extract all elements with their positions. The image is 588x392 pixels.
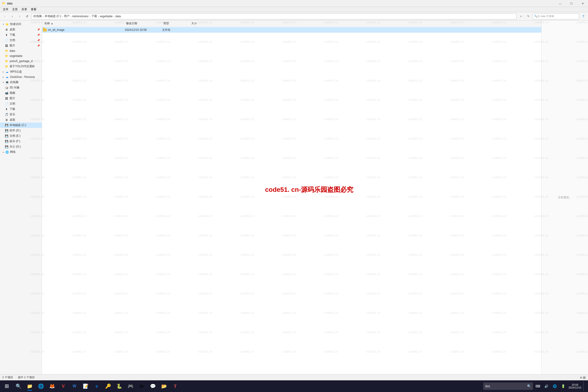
taskbar-network-icon[interactable]: 🌐 (551, 381, 558, 391)
software-d-icon: 💾 (5, 129, 8, 132)
close-button[interactable]: ✕ (577, 0, 588, 7)
back-button[interactable]: ‹ (2, 13, 8, 20)
taskbar-volume-icon[interactable]: 🔊 (543, 381, 550, 391)
sidebar-wps[interactable]: ▸ ☁ WPS云盘 (0, 69, 42, 74)
sidebar-office-g[interactable]: 💾 办公 (G:) (0, 144, 42, 149)
sidebar-videos[interactable]: 📹 视频 (0, 90, 42, 96)
sidebar-music[interactable]: 🎵 音乐 (0, 112, 42, 117)
sidebar-documents-label: 文档 (10, 38, 15, 42)
refresh-button[interactable]: ↺ (24, 13, 30, 20)
local-c-icon: 💾 (5, 124, 8, 127)
documents-icon: 📄 (5, 38, 8, 42)
col-header-size[interactable]: 大小 (190, 20, 213, 26)
sidebar-network[interactable]: ▸ 🌐 网络 (0, 149, 42, 155)
taskbar-keyboard-icon[interactable]: ⌨ (534, 381, 541, 391)
sidebar-3d-objects[interactable]: 🎲 3D 对象 (0, 85, 42, 90)
taskbar-wechat[interactable]: 💬 (148, 381, 158, 391)
sidebar-item-downloads[interactable]: ⬇ 下载 📌 (0, 32, 42, 38)
address-part-0[interactable]: 此电脑 (33, 14, 42, 18)
maximize-button[interactable]: ☐ (566, 0, 577, 7)
network-icon: 🌐 (5, 150, 9, 154)
address-part-3[interactable]: Administrator (72, 15, 89, 18)
wps-expander: ▸ (2, 70, 5, 73)
sidebar-item-jiyu[interactable]: 📁 基于YOLOV5交通标 (0, 64, 42, 69)
sidebar-entertainment-f[interactable]: 💾 娱乐 (F:) (0, 138, 42, 144)
sidebar-item-pictures[interactable]: 🖼 图片 📌 (0, 43, 42, 48)
sidebar-documents-e[interactable]: 💾 文档 (E:) (0, 133, 42, 138)
taskbar-time: 20:58 (572, 383, 578, 386)
sidebar-desktop2[interactable]: 🖥 桌面 (0, 117, 42, 122)
sidebar-item-yolov5[interactable]: 📁 yolov5_garbage_d (0, 58, 42, 64)
taskbar-vivaldi[interactable]: V (58, 381, 68, 391)
sidebar-yolov5-label: yolov5_garbage_d (10, 60, 33, 63)
address-part-2[interactable]: 用户 (64, 14, 70, 18)
menu-file[interactable]: 文件 (1, 7, 10, 12)
nav-refresh-button[interactable]: ↻ (525, 13, 532, 20)
menu-view[interactable]: 查看 (29, 7, 38, 12)
col-header-type[interactable]: 类型 (162, 20, 190, 26)
preview-text: 没有预览。 (558, 196, 572, 200)
taskbar-typora[interactable]: T (170, 381, 180, 391)
sidebar-item-vegettable[interactable]: 📁 vegettable (0, 54, 42, 58)
search-bar[interactable]: 🔍 在 data 中搜索 (532, 13, 579, 19)
pictures-icon: 🖼 (5, 44, 8, 48)
taskbar-app1[interactable]: 🎮 (125, 381, 136, 391)
firefox-taskbar-icon: 🦊 (49, 383, 55, 390)
taskbar-clock[interactable]: 20:58 2024/12/15 (568, 383, 582, 389)
sidebar-pictures2[interactable]: 🖼 图片 (0, 96, 42, 101)
collapse-nav-button[interactable]: ∨ (518, 13, 524, 20)
taskbar-address-box[interactable]: 地址 🔍 (483, 382, 533, 390)
help-button[interactable]: ? (580, 13, 586, 20)
sidebar-data-label: data (10, 49, 15, 52)
list-view-icon[interactable]: ≡ (580, 376, 582, 380)
address-part-5[interactable]: vegettable (100, 15, 112, 18)
address-part-1[interactable]: 本地磁盘 (C:) (44, 14, 61, 18)
col-header-date[interactable]: 修改日期 (124, 20, 162, 26)
address-part-6[interactable]: data (115, 15, 121, 18)
col-header-name[interactable]: 名称 ▲ (43, 20, 124, 26)
sidebar-onedrive[interactable]: ▸ ☁ OneDrive - Persona (0, 74, 42, 80)
sidebar-software-d[interactable]: 💾 软件 (D:) (0, 128, 42, 133)
sidebar: ▾ ⭐ 快速访问 🖥 桌面 📌 ⬇ 下载 📌 📄 文档 📌 🖼 图片 📌 📁 d… (0, 20, 42, 374)
address-bar[interactable]: 此电脑 › 本地磁盘 (C:) › 用户 › Administrator › 下… (31, 13, 516, 19)
taskbar-edge[interactable]: e (92, 381, 102, 391)
taskbar-battery-icon[interactable]: 🔋 (560, 381, 566, 391)
taskbar-chrome[interactable]: 🌐 (36, 381, 46, 391)
address-part-4[interactable]: 下载 (92, 14, 97, 18)
taskbar-address-input[interactable] (491, 384, 526, 388)
taskbar-keepass[interactable]: 🔑 (103, 381, 114, 391)
minimize-button[interactable]: — (555, 0, 566, 7)
sidebar-item-documents[interactable]: 📄 文档 📌 (0, 38, 42, 43)
network-expander: ▸ (2, 151, 5, 154)
forward-button[interactable]: › (9, 13, 16, 20)
menu-share[interactable]: 共享 (20, 7, 29, 12)
jiyu-icon: 📁 (5, 65, 8, 68)
sidebar-this-pc[interactable]: ▾ 💻 此电脑 (0, 80, 42, 85)
taskbar-word[interactable]: W (69, 381, 80, 391)
grid-view-icon[interactable]: ⊞ (583, 376, 586, 380)
taskbar-store[interactable]: 🛍 (136, 381, 147, 391)
taskbar-notes[interactable]: 📝 (80, 381, 91, 391)
sidebar-docs2[interactable]: 📄 文档 (0, 101, 42, 106)
table-row[interactable]: ori_all_image 2024/12/15 20:58 文件夹 (42, 27, 541, 33)
sidebar-quick-access[interactable]: ▾ ⭐ 快速访问 (0, 22, 42, 27)
start-button[interactable]: ⊞ (1, 381, 12, 391)
sidebar-item-desktop[interactable]: 🖥 桌面 📌 (0, 27, 42, 32)
wechat-taskbar-icon: 💬 (150, 383, 156, 390)
taskbar-pycharm[interactable]: 🐍 (114, 381, 124, 391)
pin-icon-documents: 📌 (37, 39, 40, 42)
file-list: ori_all_image 2024/12/15 20:58 文件夹 (42, 26, 541, 374)
taskbar-address-search-icon[interactable]: 🔍 (527, 384, 531, 388)
main-content: 名称 ▲ 修改日期 类型 大小 ori_all_imag (42, 20, 541, 374)
taskbar-explorer[interactable]: 📁 (24, 381, 35, 391)
entertainment-f-icon: 💾 (5, 140, 8, 143)
sidebar-item-data[interactable]: 📁 data (0, 48, 42, 54)
sidebar-downloads2[interactable]: ⬇ 下载 (0, 106, 42, 112)
taskbar-show-desktop[interactable] (583, 381, 585, 391)
up-button[interactable]: ↑ (16, 13, 23, 20)
taskbar-search[interactable]: 🔍 (13, 381, 24, 391)
taskbar-firefox[interactable]: 🦊 (47, 381, 58, 391)
menu-home[interactable]: 主页 (10, 7, 20, 12)
taskbar-files2[interactable]: 📂 (159, 381, 170, 391)
sidebar-local-c[interactable]: 💾 本地磁盘 (C:) (0, 122, 42, 128)
